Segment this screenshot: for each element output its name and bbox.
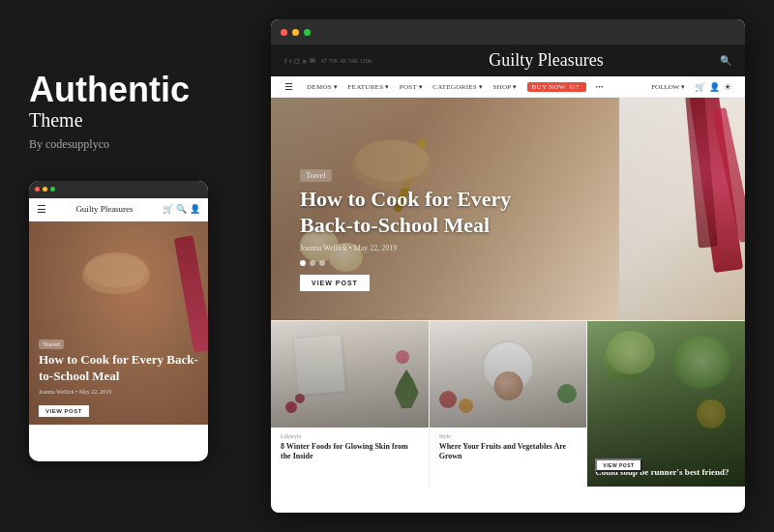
desktop-social-icons: f t ◻ p ✉ 47 70K 4K 54K 130K	[284, 57, 372, 65]
desktop-site-header: f t ◻ p ✉ 47 70K 4K 54K 130K Guilty Plea…	[271, 44, 745, 76]
instagram-icon: ◻	[294, 57, 300, 65]
brand-subtitle: Theme	[29, 109, 223, 132]
desktop-hero-tag: Travel	[300, 169, 332, 182]
brand-title: Authentic	[29, 71, 223, 109]
desktop-search-icon[interactable]: 🔍	[720, 55, 731, 66]
desktop-card-2: Style Where Your Fruits and Vegetables A…	[430, 321, 588, 487]
mobile-hero-tag: Travel	[39, 340, 64, 349]
desktop-card-1: Lifestyle 8 Winter Foods for Glowing Ski…	[271, 321, 430, 487]
nav-shop[interactable]: SHOP ▾	[492, 83, 517, 91]
nav-cart-icon[interactable]: 🛒	[695, 82, 705, 92]
mobile-view-post-button[interactable]: VIEW POST	[39, 405, 89, 417]
card-1-info: Lifestyle 8 Winter Foods for Glowing Ski…	[271, 428, 429, 468]
card-1-image	[271, 321, 429, 428]
mobile-browser-bar	[29, 181, 208, 198]
desktop-header-right: 🔍	[720, 55, 731, 66]
mobile-hero-title: How to Cook for Every Back-to-School Mea…	[39, 352, 198, 385]
card-2-info: Style Where Your Fruits and Vegetables A…	[430, 428, 587, 468]
desktop-hero-title: How to Cook for Every Back-to-School Mea…	[300, 187, 542, 238]
desktop-hamburger-icon[interactable]: ☰	[284, 81, 293, 92]
email-icon: ✉	[310, 57, 315, 65]
nav-buy-now[interactable]: BUY NOW 617	[527, 82, 586, 92]
nav-follow[interactable]: FOLLOW ▾	[651, 83, 685, 91]
nav-demos[interactable]: DEMOS ▾	[307, 83, 338, 91]
desktop-cards: Lifestyle 8 Winter Foods for Glowing Ski…	[271, 320, 745, 487]
nav-sun-icon[interactable]: ☀	[724, 82, 731, 92]
desktop-nav-icons: 🛒 👤 ☀	[695, 82, 731, 92]
card-2-overlay	[430, 321, 587, 428]
mobile-hero-content: Travel How to Cook for Every Back-to-Sch…	[29, 325, 208, 425]
desktop-hero-meta: Joanna Wellick • May 22, 2019	[300, 244, 542, 252]
desktop-browser-bar	[271, 19, 745, 44]
dot-2[interactable]	[310, 260, 315, 266]
desktop-view-post-button[interactable]: VIEW POST	[300, 275, 370, 291]
card-1-title: 8 Winter Foods for Glowing Skin from the…	[281, 442, 419, 462]
card-3-view-post-button[interactable]: VIEW POST	[595, 458, 641, 472]
search-icon: 🔍	[176, 204, 187, 214]
twitter-icon: t	[289, 57, 291, 65]
facebook-icon: f	[284, 57, 286, 65]
dot-3[interactable]	[319, 260, 325, 266]
dot-1[interactable]	[300, 260, 306, 266]
nav-post[interactable]: POST ▾	[400, 83, 424, 91]
left-panel: Authentic Theme By codesupplyco ☰ Guilty…	[29, 61, 223, 471]
mobile-dot-red	[35, 187, 40, 192]
mobile-hero-meta: Joanna Wellick • May 22, 2019	[39, 389, 198, 395]
mobile-dot-green	[50, 187, 55, 192]
desktop-dot-yellow	[292, 29, 299, 36]
mobile-nav: ☰ Guilty Pleasures 🛒 🔍 👤	[29, 198, 208, 222]
desktop-hero: Travel How to Cook for Every Back-to-Sch…	[271, 98, 745, 320]
desktop-hero-dots	[300, 260, 542, 266]
card-1-category: Lifestyle	[281, 433, 419, 439]
desktop-hero-content: Travel How to Cook for Every Back-to-Sch…	[300, 164, 542, 291]
desktop-preview: f t ◻ p ✉ 47 70K 4K 54K 130K Guilty Plea…	[271, 19, 745, 513]
follower-counts: 47 70K 4K 54K 130K	[321, 58, 372, 64]
svg-point-1	[85, 252, 147, 287]
desktop-card-3: Could soup be runner's best friend? VIEW…	[587, 321, 745, 487]
desktop-dot-green	[304, 29, 311, 36]
mobile-hero: Travel How to Cook for Every Back-to-Sch…	[29, 222, 208, 425]
mobile-preview: ☰ Guilty Pleasures 🛒 🔍 👤 Travel How to C…	[29, 181, 208, 461]
desktop-site-logo: Guilty Pleasures	[372, 50, 720, 71]
cart-icon: 🛒	[163, 204, 173, 214]
mobile-dot-yellow	[43, 187, 47, 192]
desktop-nav: ☰ DEMOS ▾ FEATURES ▾ POST ▾ CATEGORIES ▾…	[271, 76, 745, 98]
desktop-dot-red	[281, 29, 287, 36]
card-1-overlay	[271, 321, 429, 428]
user-icon: 👤	[190, 204, 200, 214]
card-2-category: Style	[439, 433, 578, 439]
mobile-nav-icons: 🛒 🔍 👤	[163, 204, 200, 214]
nav-user-icon[interactable]: 👤	[709, 82, 720, 92]
pinterest-icon: p	[303, 57, 307, 65]
card-2-title: Where Your Fruits and Vegetables Are Gro…	[439, 442, 578, 462]
nav-categories[interactable]: CATEGORIES ▾	[432, 83, 483, 91]
card-2-image	[430, 321, 587, 428]
nav-more[interactable]: •••	[596, 83, 604, 91]
brand-by: By codesupplyco	[29, 137, 223, 152]
hamburger-icon: ☰	[37, 203, 46, 216]
card-3-image: Could soup be runner's best friend? VIEW…	[587, 321, 745, 487]
nav-features[interactable]: FEATURES ▾	[347, 83, 389, 91]
mobile-site-name: Guilty Pleasures	[75, 204, 133, 214]
food-bowl-illustration	[77, 231, 155, 309]
